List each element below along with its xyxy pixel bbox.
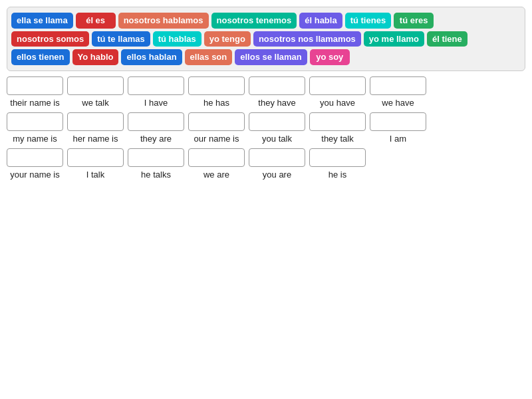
- chip-2-1[interactable]: Yo hablo: [72, 49, 119, 65]
- drop-box-2-2[interactable]: [128, 148, 184, 167]
- label-cell-1-6: I am: [370, 134, 426, 144]
- matching-section-2: your name isI talkhe talkswe areyou areh…: [7, 148, 525, 180]
- drop-box-0-5[interactable]: [309, 76, 366, 95]
- label-cell-2-1: I talk: [67, 170, 124, 180]
- label-cell-2-3: we are: [188, 170, 245, 180]
- label-row-1: my name isher name isthey areour name is…: [7, 134, 525, 144]
- label-cell-2-4: you are: [249, 170, 305, 180]
- chip-2-5[interactable]: yo soy: [310, 49, 350, 65]
- chip-0-6[interactable]: tú eres: [394, 13, 434, 29]
- label-cell-2-2: he talks: [128, 170, 184, 180]
- drop-box-2-1[interactable]: [67, 148, 124, 167]
- drop-box-1-3[interactable]: [188, 112, 245, 131]
- chip-1-1[interactable]: tú te llamas: [92, 31, 150, 47]
- answer-bank-row-2: ellos tienenYo habloellos hablanellas so…: [11, 49, 521, 65]
- chip-2-4[interactable]: ellos se llaman: [235, 49, 307, 65]
- label-cell-1-1: her name is: [67, 134, 124, 144]
- chip-0-4[interactable]: él habla: [299, 13, 342, 29]
- label-cell-1-5: they talk: [309, 134, 366, 144]
- chip-2-2[interactable]: ellos hablan: [121, 49, 182, 65]
- matching-area: their name iswe talkI havehe hasthey hav…: [7, 76, 525, 181]
- label-cell-0-4: they have: [249, 98, 305, 108]
- drop-box-2-3[interactable]: [188, 148, 245, 167]
- label-row-0: their name iswe talkI havehe hasthey hav…: [7, 98, 525, 108]
- chip-2-3[interactable]: ellas son: [185, 49, 233, 65]
- drop-box-2-0[interactable]: [7, 148, 63, 167]
- drop-box-0-4[interactable]: [249, 76, 305, 95]
- drop-row-0: [7, 76, 525, 95]
- chip-0-2[interactable]: nosotros hablamos: [118, 13, 209, 29]
- chip-1-0[interactable]: nosotros somos: [11, 31, 89, 47]
- chip-0-5[interactable]: tú tienes: [345, 13, 391, 29]
- matching-section-0: their name iswe talkI havehe hasthey hav…: [7, 76, 525, 108]
- chip-1-6[interactable]: él tiene: [427, 31, 467, 47]
- label-cell-0-5: you have: [309, 98, 366, 108]
- drop-box-0-6[interactable]: [370, 76, 426, 95]
- chip-1-2[interactable]: tú hablas: [153, 31, 201, 47]
- drop-box-1-1[interactable]: [67, 112, 124, 131]
- drop-box-0-3[interactable]: [188, 76, 245, 95]
- answer-bank-row-0: ella se llamaél esnosotros hablamosnosot…: [11, 13, 521, 29]
- label-cell-1-0: my name is: [7, 134, 63, 144]
- drop-box-1-4[interactable]: [249, 112, 305, 131]
- matching-section-1: my name isher name isthey areour name is…: [7, 112, 525, 144]
- chip-1-3[interactable]: yo tengo: [204, 31, 251, 47]
- label-cell-0-1: we talk: [67, 98, 124, 108]
- chip-2-0[interactable]: ellos tienen: [11, 49, 70, 65]
- chip-0-0[interactable]: ella se llama: [11, 13, 73, 29]
- label-cell-2-0: your name is: [7, 170, 63, 180]
- label-row-2: your name isI talkhe talkswe areyou areh…: [7, 170, 525, 180]
- drop-box-1-0[interactable]: [7, 112, 63, 131]
- chip-0-3[interactable]: nosotros tenemos: [211, 13, 297, 29]
- drop-box-0-2[interactable]: [128, 76, 184, 95]
- drop-box-2-4[interactable]: [249, 148, 305, 167]
- drop-row-2: [7, 148, 525, 167]
- label-cell-0-0: their name is: [7, 98, 63, 108]
- label-cell-1-2: they are: [128, 134, 184, 144]
- label-cell-0-2: I have: [128, 98, 184, 108]
- label-cell-1-4: you talk: [249, 134, 305, 144]
- answer-bank: ella se llamaél esnosotros hablamosnosot…: [7, 7, 525, 71]
- drop-box-0-1[interactable]: [67, 76, 124, 95]
- drop-box-1-5[interactable]: [309, 112, 366, 131]
- chip-1-4[interactable]: nosotros nos llamamos: [253, 31, 361, 47]
- drop-row-1: [7, 112, 525, 131]
- label-cell-1-3: our name is: [188, 134, 245, 144]
- label-cell-0-3: he has: [188, 98, 245, 108]
- drop-box-2-5[interactable]: [309, 148, 366, 167]
- chip-1-5[interactable]: yo me llamo: [364, 31, 424, 47]
- drop-box-1-2[interactable]: [128, 112, 184, 131]
- label-cell-2-5: he is: [309, 170, 366, 180]
- answer-bank-row-1: nosotros somostú te llamastú hablasyo te…: [11, 31, 521, 47]
- drop-box-0-0[interactable]: [7, 76, 63, 95]
- chip-0-1[interactable]: él es: [76, 13, 116, 29]
- label-cell-0-6: we have: [370, 98, 426, 108]
- drop-box-1-6[interactable]: [370, 112, 426, 131]
